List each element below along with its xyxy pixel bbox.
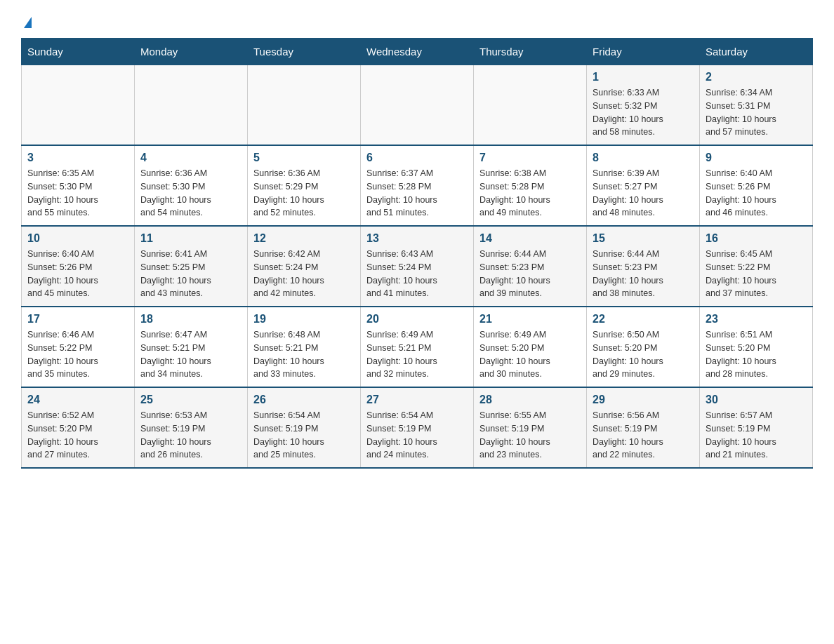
day-number: 26 <box>253 394 355 406</box>
day-number: 15 <box>593 232 694 245</box>
day-number: 1 <box>593 71 694 83</box>
day-info: Sunrise: 6:36 AMSunset: 5:30 PMDaylight:… <box>140 167 241 220</box>
day-info: Sunrise: 6:40 AMSunset: 5:26 PMDaylight:… <box>706 167 807 220</box>
day-info: Sunrise: 6:49 AMSunset: 5:21 PMDaylight:… <box>366 328 468 381</box>
day-info: Sunrise: 6:47 AMSunset: 5:21 PMDaylight:… <box>140 328 241 381</box>
calendar-cell: 16Sunrise: 6:45 AMSunset: 5:22 PMDayligh… <box>700 226 813 307</box>
day-number: 6 <box>366 152 468 164</box>
calendar-cell: 4Sunrise: 6:36 AMSunset: 5:30 PMDaylight… <box>135 145 248 226</box>
calendar-cell: 9Sunrise: 6:40 AMSunset: 5:26 PMDaylight… <box>700 145 813 226</box>
calendar-cell: 15Sunrise: 6:44 AMSunset: 5:23 PMDayligh… <box>587 226 700 307</box>
day-info: Sunrise: 6:39 AMSunset: 5:27 PMDaylight:… <box>593 167 694 220</box>
day-info: Sunrise: 6:55 AMSunset: 5:19 PMDaylight:… <box>479 409 581 462</box>
page-header <box>21 14 813 24</box>
day-info: Sunrise: 6:53 AMSunset: 5:19 PMDaylight:… <box>140 409 241 462</box>
calendar-cell: 3Sunrise: 6:35 AMSunset: 5:30 PMDaylight… <box>22 145 135 226</box>
calendar-cell: 17Sunrise: 6:46 AMSunset: 5:22 PMDayligh… <box>22 307 135 387</box>
header-cell-wednesday: Wednesday <box>361 39 474 65</box>
day-info: Sunrise: 6:41 AMSunset: 5:25 PMDaylight:… <box>140 248 241 300</box>
header-cell-thursday: Thursday <box>474 39 587 65</box>
day-number: 21 <box>479 313 581 326</box>
calendar-week-row: 24Sunrise: 6:52 AMSunset: 5:20 PMDayligh… <box>22 387 813 468</box>
calendar-cell: 25Sunrise: 6:53 AMSunset: 5:19 PMDayligh… <box>135 387 248 468</box>
calendar-cell: 1Sunrise: 6:33 AMSunset: 5:32 PMDaylight… <box>587 65 700 146</box>
day-number: 17 <box>27 313 128 326</box>
calendar-cell <box>248 65 361 146</box>
day-number: 10 <box>27 232 128 245</box>
day-info: Sunrise: 6:57 AMSunset: 5:19 PMDaylight:… <box>706 409 807 462</box>
calendar-cell <box>135 65 248 146</box>
calendar-cell: 30Sunrise: 6:57 AMSunset: 5:19 PMDayligh… <box>700 387 813 468</box>
calendar-cell: 21Sunrise: 6:49 AMSunset: 5:20 PMDayligh… <box>474 307 587 387</box>
calendar-cell: 10Sunrise: 6:40 AMSunset: 5:26 PMDayligh… <box>22 226 135 307</box>
calendar-cell: 20Sunrise: 6:49 AMSunset: 5:21 PMDayligh… <box>361 307 474 387</box>
header-cell-friday: Friday <box>587 39 700 65</box>
calendar-cell: 19Sunrise: 6:48 AMSunset: 5:21 PMDayligh… <box>248 307 361 387</box>
header-cell-tuesday: Tuesday <box>248 39 361 65</box>
day-info: Sunrise: 6:49 AMSunset: 5:20 PMDaylight:… <box>479 328 581 381</box>
header-cell-monday: Monday <box>135 39 248 65</box>
day-number: 16 <box>706 232 807 245</box>
calendar-cell <box>361 65 474 146</box>
day-info: Sunrise: 6:45 AMSunset: 5:22 PMDaylight:… <box>706 248 807 300</box>
day-number: 4 <box>140 152 241 164</box>
calendar-cell: 22Sunrise: 6:50 AMSunset: 5:20 PMDayligh… <box>587 307 700 387</box>
day-info: Sunrise: 6:56 AMSunset: 5:19 PMDaylight:… <box>593 409 694 462</box>
day-info: Sunrise: 6:34 AMSunset: 5:31 PMDaylight:… <box>706 86 807 139</box>
day-number: 8 <box>593 152 694 164</box>
calendar-cell: 12Sunrise: 6:42 AMSunset: 5:24 PMDayligh… <box>248 226 361 307</box>
day-info: Sunrise: 6:44 AMSunset: 5:23 PMDaylight:… <box>593 248 694 300</box>
day-info: Sunrise: 6:36 AMSunset: 5:29 PMDaylight:… <box>253 167 355 220</box>
day-info: Sunrise: 6:43 AMSunset: 5:24 PMDaylight:… <box>366 248 468 300</box>
day-info: Sunrise: 6:37 AMSunset: 5:28 PMDaylight:… <box>366 167 468 220</box>
calendar-header: SundayMondayTuesdayWednesdayThursdayFrid… <box>22 39 813 65</box>
day-info: Sunrise: 6:46 AMSunset: 5:22 PMDaylight:… <box>27 328 128 381</box>
calendar-cell: 8Sunrise: 6:39 AMSunset: 5:27 PMDaylight… <box>587 145 700 226</box>
header-cell-saturday: Saturday <box>700 39 813 65</box>
day-info: Sunrise: 6:52 AMSunset: 5:20 PMDaylight:… <box>27 409 128 462</box>
day-number: 13 <box>366 232 468 245</box>
calendar-table: SundayMondayTuesdayWednesdayThursdayFrid… <box>21 38 813 469</box>
day-info: Sunrise: 6:50 AMSunset: 5:20 PMDaylight:… <box>593 328 694 381</box>
calendar-cell <box>22 65 135 146</box>
day-info: Sunrise: 6:35 AMSunset: 5:30 PMDaylight:… <box>27 167 128 220</box>
day-number: 3 <box>27 152 128 164</box>
day-number: 12 <box>253 232 355 245</box>
day-number: 30 <box>706 394 807 406</box>
day-number: 14 <box>479 232 581 245</box>
day-info: Sunrise: 6:54 AMSunset: 5:19 PMDaylight:… <box>253 409 355 462</box>
day-number: 25 <box>140 394 241 406</box>
calendar-cell: 6Sunrise: 6:37 AMSunset: 5:28 PMDaylight… <box>361 145 474 226</box>
calendar-cell: 2Sunrise: 6:34 AMSunset: 5:31 PMDaylight… <box>700 65 813 146</box>
logo <box>21 14 32 24</box>
day-number: 23 <box>706 313 807 326</box>
day-info: Sunrise: 6:42 AMSunset: 5:24 PMDaylight:… <box>253 248 355 300</box>
day-number: 20 <box>366 313 468 326</box>
day-number: 29 <box>593 394 694 406</box>
calendar-week-row: 17Sunrise: 6:46 AMSunset: 5:22 PMDayligh… <box>22 307 813 387</box>
calendar-cell: 11Sunrise: 6:41 AMSunset: 5:25 PMDayligh… <box>135 226 248 307</box>
calendar-cell: 24Sunrise: 6:52 AMSunset: 5:20 PMDayligh… <box>22 387 135 468</box>
day-number: 27 <box>366 394 468 406</box>
calendar-body: 1Sunrise: 6:33 AMSunset: 5:32 PMDaylight… <box>22 65 813 469</box>
calendar-cell: 14Sunrise: 6:44 AMSunset: 5:23 PMDayligh… <box>474 226 587 307</box>
day-info: Sunrise: 6:44 AMSunset: 5:23 PMDaylight:… <box>479 248 581 300</box>
calendar-cell: 27Sunrise: 6:54 AMSunset: 5:19 PMDayligh… <box>361 387 474 468</box>
calendar-cell: 13Sunrise: 6:43 AMSunset: 5:24 PMDayligh… <box>361 226 474 307</box>
day-number: 7 <box>479 152 581 164</box>
day-number: 28 <box>479 394 581 406</box>
calendar-cell: 18Sunrise: 6:47 AMSunset: 5:21 PMDayligh… <box>135 307 248 387</box>
calendar-cell: 28Sunrise: 6:55 AMSunset: 5:19 PMDayligh… <box>474 387 587 468</box>
day-number: 5 <box>253 152 355 164</box>
header-cell-sunday: Sunday <box>22 39 135 65</box>
calendar-cell: 7Sunrise: 6:38 AMSunset: 5:28 PMDaylight… <box>474 145 587 226</box>
calendar-cell: 5Sunrise: 6:36 AMSunset: 5:29 PMDaylight… <box>248 145 361 226</box>
day-number: 19 <box>253 313 355 326</box>
calendar-cell: 29Sunrise: 6:56 AMSunset: 5:19 PMDayligh… <box>587 387 700 468</box>
day-info: Sunrise: 6:33 AMSunset: 5:32 PMDaylight:… <box>593 86 694 139</box>
day-number: 11 <box>140 232 241 245</box>
day-number: 24 <box>27 394 128 406</box>
header-row: SundayMondayTuesdayWednesdayThursdayFrid… <box>22 39 813 65</box>
calendar-week-row: 3Sunrise: 6:35 AMSunset: 5:30 PMDaylight… <box>22 145 813 226</box>
calendar-week-row: 1Sunrise: 6:33 AMSunset: 5:32 PMDaylight… <box>22 65 813 146</box>
